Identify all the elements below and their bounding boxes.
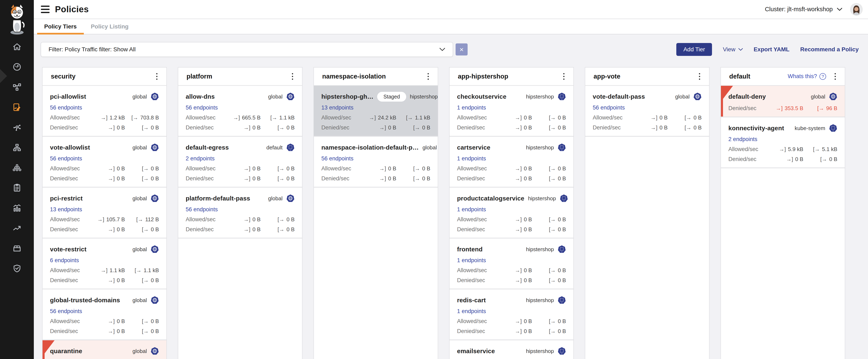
tier-menu-icon[interactable] (832, 72, 839, 81)
policy-card-vote-default-pass[interactable]: vote-default-passglobal 56 endpoints All… (585, 86, 709, 137)
endpoints-link[interactable]: 6 endpoints (50, 257, 79, 264)
egress-icon: [→ (142, 226, 149, 233)
policy-card-frontend[interactable]: frontendhipstershop ns 1 endpoints Allow… (450, 239, 574, 289)
policy-card-vote-allowlist[interactable]: vote-allowlistglobal 56 endpoints Allowe… (42, 137, 166, 188)
egress-value: [→0 B (266, 226, 294, 233)
endpoints-link[interactable]: 56 endpoints (50, 156, 82, 162)
endpoints-link[interactable]: 2 endpoints (728, 136, 757, 142)
policy-scope-label: hipstershop (528, 195, 556, 202)
staged-badge: Staged (377, 92, 406, 102)
view-button[interactable]: View (723, 46, 743, 53)
tier-menu-icon[interactable] (560, 72, 567, 81)
tier-header: app-vote (585, 67, 709, 86)
sidebar-item-inventory[interactable] (0, 238, 34, 258)
policy-name: quarantine (50, 348, 82, 355)
policy-card-default-deny[interactable]: default-denyglobal Denied/sec →]353.5 B … (721, 86, 845, 117)
policy-card-konnectivity-agent[interactable]: konnectivity-agentkube-system ns 2 endpo… (721, 117, 845, 168)
policy-card-pci-allowlist[interactable]: pci-allowlistglobal 56 endpoints Allowed… (42, 86, 166, 137)
endpoints-link[interactable]: 1 endpoints (457, 206, 486, 213)
policy-card-quarantine[interactable]: quarantineglobal 0 endpoints (42, 340, 166, 359)
traffic-stat-row: Denied/sec →]0 B [→0 B (457, 277, 566, 283)
sidebar-item-nodes[interactable] (0, 137, 34, 158)
ingress-value: →]0 B (499, 216, 532, 223)
tier-menu-icon[interactable] (153, 72, 161, 81)
tier-menu-icon[interactable] (696, 72, 703, 81)
tier-menu-icon[interactable] (289, 72, 296, 81)
endpoints-link[interactable]: 13 endpoints (50, 206, 82, 213)
policy-scope-label: kube-system (795, 125, 825, 132)
ingress-value: →]0 B (499, 114, 532, 121)
namespace-scope-icon: ns (558, 347, 566, 355)
topbar: Policies Cluster: jlt-msft-workshop (34, 0, 868, 19)
endpoints-link[interactable]: 1 endpoints (457, 308, 486, 314)
ingress-value: →]105.7 B (92, 216, 125, 223)
egress-icon: [→ (549, 226, 556, 233)
stat-label: Denied/sec (593, 125, 634, 131)
svg-text:ns: ns (561, 302, 562, 303)
recommend-policy-button[interactable]: Recommend a Policy (800, 46, 859, 53)
endpoints-link[interactable]: 13 endpoints (321, 105, 353, 111)
avatar[interactable] (850, 3, 863, 16)
sidebar-item-logs[interactable] (0, 177, 34, 198)
ingress-icon: →] (779, 146, 786, 153)
tab-policy-tiers[interactable]: Policy Tiers (37, 19, 84, 34)
endpoints-link[interactable]: 56 endpoints (186, 206, 218, 213)
policy-card-productcatalogservice[interactable]: productcatalogservicehipstershop ns 1 en… (450, 188, 574, 239)
clear-filter-button[interactable]: × (456, 44, 468, 55)
stat-label: Allowed/sec (457, 318, 499, 325)
policy-card-redis-cart[interactable]: redis-carthipstershop ns 1 endpoints All… (450, 289, 574, 340)
tier-name: security (51, 73, 153, 80)
policy-traffic-filter-select[interactable]: Filter: Policy Traffic filter: Show All (41, 42, 453, 57)
tier-name: namespace-isolation (322, 73, 425, 80)
stat-label: Allowed/sec (321, 165, 363, 172)
endpoints-link[interactable]: 56 endpoints (186, 105, 218, 111)
global-scope-icon (151, 194, 159, 202)
add-tier-button[interactable]: Add Tier (676, 43, 712, 56)
policy-card-checkoutservice[interactable]: checkoutservicehipstershop ns 1 endpoint… (450, 86, 574, 137)
sidebar-item-policies[interactable] (0, 97, 34, 117)
policy-card-default-egress[interactable]: default-egressdefault ns 2 endpoints All… (178, 137, 302, 188)
sidebar-item-home[interactable] (0, 36, 34, 57)
policy-card-platform-default-pass[interactable]: platform-default-passglobal 56 endpoints… (178, 188, 302, 239)
whats-this-link[interactable]: Whats this? ? (788, 73, 826, 80)
endpoints-link[interactable]: 1 endpoints (457, 105, 486, 111)
sidebar-item-compliance[interactable] (0, 258, 34, 278)
tab-policy-listing[interactable]: Policy Listing (84, 19, 136, 34)
export-yaml-button[interactable]: Export YAML (754, 46, 789, 53)
egress-icon: [→ (142, 165, 149, 172)
menu-icon[interactable] (41, 6, 50, 13)
egress-value: [→0 B (537, 125, 566, 131)
egress-value: [→1.1 kB (266, 114, 294, 121)
policy-card-allow-dns[interactable]: allow-dnsglobal 56 endpoints Allowed/sec… (178, 86, 302, 137)
sidebar-item-network-sets[interactable] (0, 117, 34, 137)
cluster-selector[interactable]: Cluster: jlt-msft-workshop (765, 6, 842, 13)
stat-label: Allowed/sec (457, 216, 499, 223)
policies-icon (12, 103, 22, 112)
policy-card-header: frontendhipstershop ns (457, 244, 566, 254)
stat-label: Denied/sec (321, 125, 363, 131)
policy-card-cartservice[interactable]: cartservicehipstershop ns 1 endpoints Al… (450, 137, 574, 188)
policy-card-header: vote-default-passglobal (593, 92, 702, 102)
endpoints-link[interactable]: 56 endpoints (593, 105, 625, 111)
endpoints-link[interactable]: 56 endpoints (321, 156, 353, 162)
policy-card-emailservice[interactable]: emailservicehipstershop ns 1 endpoints A… (450, 340, 574, 359)
traffic-stat-row: Allowed/sec →]0 B [→0 B (186, 165, 294, 172)
tier-menu-icon[interactable] (425, 72, 432, 81)
policy-card-namespace-isolation-default-p[interactable]: namespace-isolation-default-p…global 56 … (314, 137, 438, 188)
endpoints-link[interactable]: 1 endpoints (457, 156, 486, 162)
policy-card-global-trusted-domains[interactable]: global-trusted-domainsglobal 56 endpoint… (42, 289, 166, 340)
policy-card-pci-restrict[interactable]: pci-restrictglobal 13 endpoints Allowed/… (42, 188, 166, 239)
tier-header: default Whats this? ? (721, 67, 845, 86)
sidebar-item-trends[interactable] (0, 218, 34, 238)
egress-icon: [→ (278, 165, 284, 172)
chevron-down-icon (738, 48, 743, 51)
policy-card-hipstershop-gh[interactable]: hipstershop-gh…Stagedhipstershop ns 13 e… (314, 86, 438, 137)
policy-card-vote-restrict[interactable]: vote-restrictglobal 6 endpoints Allowed/… (42, 239, 166, 289)
traffic-stat-row: Denied/sec →]0 B [→0 B (50, 175, 159, 182)
endpoints-link[interactable]: 56 endpoints (50, 308, 82, 314)
sidebar-item-workloads[interactable] (0, 158, 34, 177)
endpoints-link[interactable]: 2 endpoints (186, 156, 215, 162)
endpoints-link[interactable]: 1 endpoints (457, 257, 486, 264)
sidebar-item-reports[interactable] (0, 198, 34, 218)
endpoints-link[interactable]: 56 endpoints (50, 105, 82, 111)
